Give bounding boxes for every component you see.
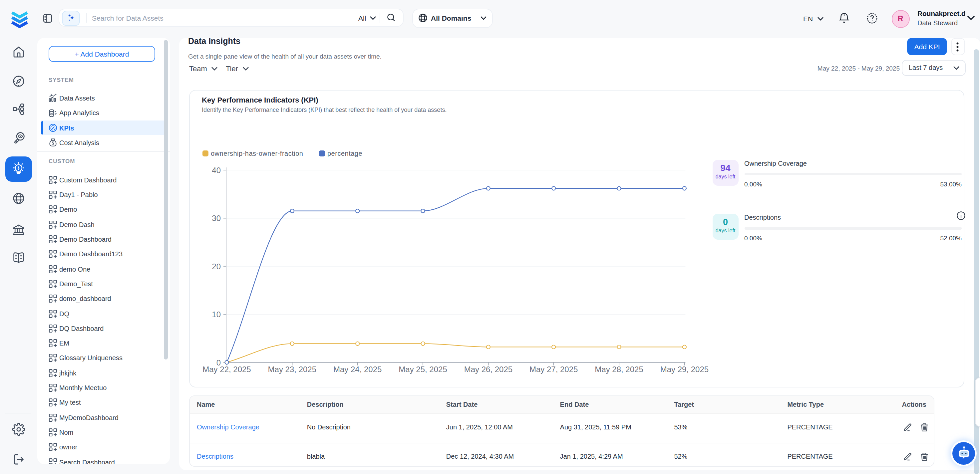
user-avatar[interactable]: R <box>891 10 909 28</box>
sidebar-item-custom-dashboard[interactable]: My test <box>37 396 170 410</box>
kpi-line-chart[interactable]: 010203040May 22, 2025May 23, 2025May 24,… <box>202 160 728 380</box>
cost-analysis-icon <box>49 138 57 147</box>
info-icon[interactable] <box>956 211 966 220</box>
svg-text:May 27, 2025: May 27, 2025 <box>530 365 578 374</box>
table-cell: Aug 31, 2025, 11:59 PM <box>560 423 632 430</box>
row-actions <box>904 452 929 462</box>
notifications-bell-icon[interactable] <box>838 12 851 25</box>
page-title: Data Insights <box>188 36 240 46</box>
sidebar-item-custom-dashboard[interactable]: EM <box>37 336 170 351</box>
sidebar-item-custom-dashboard[interactable]: Demo Dashboard123 <box>37 247 170 262</box>
sidebar-item-custom-dashboard[interactable]: Demo Dash <box>37 217 170 232</box>
sidebar-item-custom-dashboard[interactable]: Glossary Uniqueness <box>37 351 170 366</box>
add-dashboard-button[interactable]: + Add Dashboard <box>49 46 155 62</box>
sidebar-item-custom-dashboard[interactable]: Demo_Test <box>37 277 170 291</box>
table-cell: PERCENTAGE <box>787 423 832 430</box>
sidebar-item-custom-dashboard[interactable]: DQ <box>37 306 170 321</box>
delete-icon[interactable] <box>920 452 929 462</box>
search-scope-select[interactable]: All <box>358 14 376 22</box>
search-icon[interactable] <box>386 13 396 23</box>
page-subtitle: Get a single pane view of the health of … <box>188 52 382 60</box>
sidebar-item-custom-dashboard[interactable]: domo_dashboard <box>37 291 170 306</box>
rail-glossary-book-icon[interactable] <box>0 251 37 264</box>
sidebar-item-custom-dashboard[interactable]: Demo Dashboard <box>37 232 170 247</box>
sidebar-toggle-icon[interactable] <box>43 14 52 23</box>
rail-insights-active-button[interactable] <box>5 156 32 182</box>
sidebar-item-custom-dashboard[interactable]: Search Dashboard <box>37 455 170 464</box>
sidebar-item-custom-dashboard[interactable]: jhkjhk <box>37 366 170 380</box>
sidebar-item-custom-dashboard[interactable]: Custom Dashboard <box>37 173 170 188</box>
rail-domains-globe-icon[interactable] <box>0 191 37 205</box>
table-cell: 53% <box>674 423 687 430</box>
period-select[interactable]: Last 7 days <box>901 60 965 76</box>
search-placeholder[interactable]: Search for Data Assets <box>92 14 164 22</box>
svg-text:40: 40 <box>212 166 221 175</box>
all-domains-dropdown[interactable]: All Domains <box>412 9 493 28</box>
sidebar-divider <box>37 151 170 152</box>
tier-filter[interactable]: Tier <box>226 64 249 72</box>
add-kpi-button[interactable]: Add KPI <box>907 38 947 55</box>
kpi-card-title: Key Performance Indicators (KPI) <box>202 96 318 104</box>
sidebar-item-app-analytics[interactable]: App Analytics <box>37 105 170 121</box>
dashboards-sidebar: + Add Dashboard SYSTEM Data Assets <box>37 38 170 464</box>
user-role: Data Steward <box>917 19 958 26</box>
column-header: Name <box>197 401 215 408</box>
chevron-down-icon <box>242 66 249 70</box>
days-left-label: days left <box>713 227 738 234</box>
column-header: Start Date <box>446 401 478 408</box>
days-left-number: 94 <box>713 163 738 173</box>
column-header: Metric Type <box>787 401 824 408</box>
edge-widget-tab[interactable] <box>975 377 980 426</box>
rail-govern-bank-icon[interactable] <box>0 223 37 236</box>
global-search-bar[interactable]: Search for Data Assets All <box>59 8 404 27</box>
sidebar-item-data-assets[interactable]: Data Assets <box>37 91 170 106</box>
app-window: Search for Data Assets All All Domains E… <box>0 0 980 474</box>
user-name: Rounakpreet.d <box>917 9 965 17</box>
rail-logout-icon[interactable] <box>0 452 37 466</box>
language-select[interactable]: EN <box>803 14 824 23</box>
robot-icon <box>955 445 972 462</box>
legend-label: ownership-has-owner-fraction <box>211 150 303 157</box>
dashboard-plus-icon <box>49 250 57 259</box>
sidebar-scrollbar[interactable] <box>164 40 168 359</box>
chatbot-button[interactable] <box>952 442 975 465</box>
ai-sparkle-icon[interactable] <box>62 11 80 26</box>
edit-icon[interactable] <box>904 452 913 462</box>
rail-home-icon[interactable] <box>0 45 37 59</box>
legend-item[interactable]: ownership-has-owner-fraction <box>202 150 303 157</box>
dashboard-plus-icon <box>49 324 57 333</box>
rail-settings-gear-icon[interactable] <box>0 422 37 436</box>
kpi-name-link[interactable]: Ownership Coverage <box>197 423 259 430</box>
kpi-current-value: 0.00% <box>744 234 762 242</box>
more-options-button[interactable] <box>951 38 965 55</box>
sidebar-item-custom-dashboard[interactable]: Day1 - Pablo <box>37 188 170 202</box>
help-icon[interactable] <box>866 12 878 25</box>
rail-divider <box>5 412 31 413</box>
sidebar-item-custom-dashboard[interactable]: MyDemoDashboard <box>37 410 170 425</box>
team-filter[interactable]: Team <box>189 64 218 72</box>
dashboard-plus-icon <box>49 428 57 437</box>
sidebar-item-custom-dashboard[interactable]: Monthly Meetuo <box>37 380 170 396</box>
sidebar-item-custom-dashboard[interactable]: Nom <box>37 425 170 440</box>
edit-icon[interactable] <box>904 422 913 432</box>
rail-observability-icon[interactable] <box>0 131 37 145</box>
sidebar-item-cost-analysis[interactable]: Cost Analysis <box>37 135 170 150</box>
kpi-target-name: Ownership Coverage <box>744 159 807 167</box>
dashboard-plus-icon <box>49 383 57 392</box>
sidebar-item-custom-dashboard[interactable]: Demo <box>37 202 170 217</box>
custom-section-label: CUSTOM <box>49 158 75 165</box>
rail-lineage-icon[interactable] <box>0 103 37 116</box>
legend-item[interactable]: percentage <box>319 150 362 157</box>
days-left-number: 0 <box>713 217 738 227</box>
kpi-name-link[interactable]: Descriptions <box>197 453 234 460</box>
table-header-row: NameDescriptionStart DateEnd DateTargetM… <box>190 396 933 414</box>
dashboard-plus-icon <box>49 265 57 273</box>
delete-icon[interactable] <box>920 422 929 432</box>
rail-explore-compass-icon[interactable] <box>0 74 37 87</box>
sidebar-item-custom-dashboard[interactable]: demo One <box>37 262 170 277</box>
sidebar-item-kpis[interactable]: KPIs <box>41 121 165 135</box>
table-row: Ownership CoverageNo DescriptionJun 1, 2… <box>190 414 933 443</box>
user-menu-chevron-icon[interactable] <box>967 15 975 21</box>
sidebar-item-custom-dashboard[interactable]: owner <box>37 440 170 455</box>
sidebar-item-custom-dashboard[interactable]: DQ Dashboard <box>37 321 170 336</box>
